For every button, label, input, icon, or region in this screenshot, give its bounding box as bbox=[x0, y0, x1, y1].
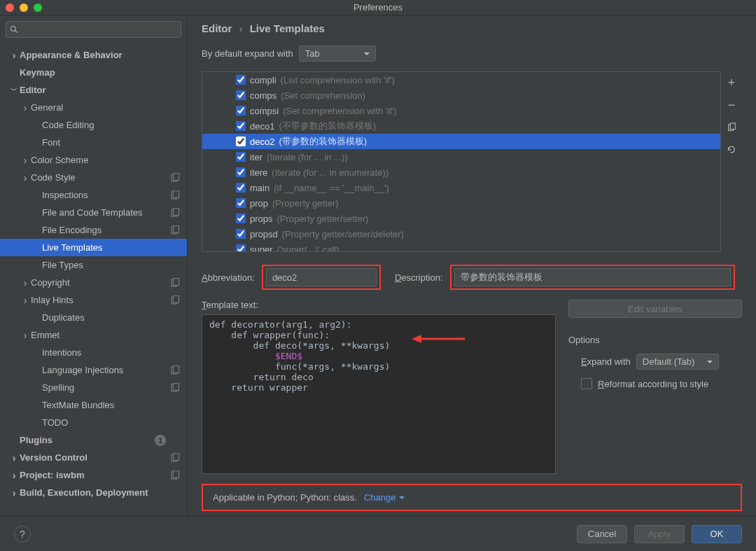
template-checkbox[interactable] bbox=[236, 167, 246, 177]
template-row-itere[interactable]: itere(Iterate (for ... in enumerate)) bbox=[202, 165, 720, 180]
content-area: Editor › Live Templates By default expan… bbox=[188, 15, 756, 516]
sidebar-item-intentions[interactable]: Intentions bbox=[0, 344, 187, 361]
expand-with-select[interactable]: Default (Tab) bbox=[636, 354, 719, 370]
sidebar-item-emmet[interactable]: ›Emmet bbox=[0, 326, 187, 344]
sidebar-item-spelling[interactable]: Spelling bbox=[0, 379, 187, 396]
chevron-right-icon: › bbox=[20, 330, 31, 341]
sidebar-item-label: File Encodings bbox=[42, 225, 181, 235]
description-label: Description: bbox=[395, 272, 443, 283]
template-checkbox[interactable] bbox=[236, 75, 246, 85]
sidebar-item-plugins[interactable]: Plugins1 bbox=[0, 431, 187, 449]
default-expand-select[interactable]: Tab bbox=[299, 46, 376, 62]
sidebar-item-copyright[interactable]: ›Copyright bbox=[0, 274, 187, 291]
sidebar-item-todo[interactable]: TODO bbox=[0, 414, 187, 431]
sidebar-item-language-injections[interactable]: Language Injections bbox=[0, 361, 187, 379]
template-desc: (Property getter/setter) bbox=[277, 214, 369, 224]
applicable-context-row: Applicable in Python; Python: class. Cha… bbox=[202, 484, 742, 511]
sidebar-item-live-templates[interactable]: Live Templates bbox=[0, 239, 187, 256]
template-row-compsi[interactable]: compsi(Set comprehension with 'if') bbox=[202, 103, 720, 118]
template-row-deco2[interactable]: deco2(带参数的装饰器模板) bbox=[202, 134, 720, 149]
edit-variables-button: Edit variables bbox=[568, 300, 742, 318]
template-desc: (Property getter) bbox=[272, 198, 339, 209]
sidebar-item-color-scheme[interactable]: ›Color Scheme bbox=[0, 151, 187, 169]
sidebar-item-label: Color Scheme bbox=[31, 155, 181, 165]
template-row-compli[interactable]: compli(List comprehension with 'if') bbox=[202, 72, 720, 88]
template-row-prop[interactable]: prop(Property getter) bbox=[202, 195, 720, 211]
sidebar-item-appearance-behavior[interactable]: ›Appearance & Behavior bbox=[0, 46, 187, 64]
template-row-propsd[interactable]: propsd(Property getter/setter/deleter) bbox=[202, 226, 720, 242]
template-list[interactable]: compli(List comprehension with 'if')comp… bbox=[202, 71, 721, 252]
sidebar-item-inlay-hints[interactable]: ›Inlay Hints bbox=[0, 291, 187, 309]
abbreviation-input[interactable] bbox=[266, 268, 377, 286]
chevron-right-icon: › bbox=[20, 102, 31, 113]
chevron-right-icon: › bbox=[8, 470, 20, 481]
sidebar-item-code-style[interactable]: ›Code Style bbox=[0, 169, 187, 186]
sidebar-item-editor[interactable]: ﹀Editor bbox=[0, 81, 187, 99]
breadcrumb-part: Live Templates bbox=[250, 22, 325, 34]
chevron-down-icon: ﹀ bbox=[8, 85, 20, 95]
scope-icon bbox=[170, 383, 180, 393]
sidebar-item-label: TextMate Bundles bbox=[42, 400, 181, 410]
change-context-link[interactable]: Change bbox=[364, 492, 405, 503]
help-icon[interactable]: ? bbox=[14, 526, 31, 543]
sidebar-item-label: Editor bbox=[20, 85, 181, 95]
sidebar-item-code-editing[interactable]: Code Editing bbox=[0, 116, 187, 134]
sidebar-item-file-and-code-templates[interactable]: File and Code Templates bbox=[0, 204, 187, 221]
search-input[interactable] bbox=[6, 21, 181, 38]
template-name: propsd bbox=[250, 229, 278, 239]
template-checkbox[interactable] bbox=[236, 244, 246, 252]
template-desc: ('super(...)' call) bbox=[277, 244, 340, 253]
template-text-editor[interactable]: def decorator(arg1, arg2): def wrapper(f… bbox=[202, 314, 556, 474]
sidebar-item-keymap[interactable]: Keymap bbox=[0, 64, 187, 81]
sidebar-item-label: Appearance & Behavior bbox=[20, 50, 181, 60]
template-row-iter[interactable]: iter(Iterate (for ... in ...)) bbox=[202, 149, 720, 165]
description-input[interactable] bbox=[454, 268, 731, 286]
template-name: prop bbox=[250, 198, 268, 209]
template-checkbox[interactable] bbox=[236, 106, 246, 116]
template-checkbox[interactable] bbox=[236, 121, 246, 131]
breadcrumb-part[interactable]: Editor bbox=[202, 22, 232, 34]
remove-icon[interactable]: − bbox=[724, 98, 738, 112]
sidebar-item-file-encodings[interactable]: File Encodings bbox=[0, 221, 187, 239]
default-expand-row: By default expand with Tab bbox=[188, 39, 756, 71]
cancel-button[interactable]: Cancel bbox=[577, 525, 627, 543]
svg-rect-21 bbox=[174, 470, 179, 477]
template-checkbox[interactable] bbox=[236, 152, 246, 162]
template-checkbox[interactable] bbox=[236, 198, 246, 208]
sidebar-item-file-types[interactable]: File Types bbox=[0, 256, 187, 274]
sidebar: ›Appearance & BehaviorKeymap﹀Editor›Gene… bbox=[0, 15, 188, 516]
copy-icon[interactable] bbox=[724, 120, 738, 134]
template-checkbox[interactable] bbox=[236, 137, 246, 146]
sidebar-item-font[interactable]: Font bbox=[0, 134, 187, 151]
template-row-main[interactable]: main(if __name__ == '__main__') bbox=[202, 180, 720, 195]
sidebar-item-label: Copyright bbox=[31, 277, 181, 288]
revert-icon[interactable] bbox=[724, 143, 738, 157]
minimize-window-icon[interactable] bbox=[20, 4, 28, 12]
template-row-super[interactable]: super('super(...)' call) bbox=[202, 242, 720, 252]
sidebar-item-project-iswbm[interactable]: ›Project: iswbm bbox=[0, 466, 187, 484]
sidebar-item-version-control[interactable]: ›Version Control bbox=[0, 449, 187, 466]
default-expand-value: Tab bbox=[305, 48, 320, 59]
template-name: compli bbox=[250, 75, 276, 85]
maximize-window-icon[interactable] bbox=[34, 4, 42, 12]
close-window-icon[interactable] bbox=[6, 4, 14, 12]
template-variable: $END$ bbox=[275, 351, 302, 361]
settings-tree[interactable]: ›Appearance & BehaviorKeymap﹀Editor›Gene… bbox=[0, 43, 187, 516]
reformat-checkbox[interactable] bbox=[581, 378, 592, 389]
template-row-comps[interactable]: comps(Set comprehension) bbox=[202, 88, 720, 103]
sidebar-item-duplicates[interactable]: Duplicates bbox=[0, 309, 187, 326]
template-checkbox[interactable] bbox=[236, 90, 246, 100]
template-checkbox[interactable] bbox=[236, 214, 246, 223]
sidebar-item-inspections[interactable]: Inspections bbox=[0, 186, 187, 204]
reformat-row[interactable]: Reformat according to style bbox=[581, 378, 742, 389]
template-checkbox[interactable] bbox=[236, 229, 246, 239]
add-icon[interactable]: + bbox=[724, 76, 738, 90]
scope-icon bbox=[170, 295, 180, 305]
template-row-props[interactable]: props(Property getter/setter) bbox=[202, 211, 720, 226]
sidebar-item-build-execution-deployment[interactable]: ›Build, Execution, Deployment bbox=[0, 484, 187, 501]
template-row-deco1[interactable]: deco1(不带参数的装饰器模板) bbox=[202, 118, 720, 134]
template-checkbox[interactable] bbox=[236, 183, 246, 193]
ok-button[interactable]: OK bbox=[692, 525, 742, 543]
sidebar-item-textmate-bundles[interactable]: TextMate Bundles bbox=[0, 396, 187, 414]
sidebar-item-general[interactable]: ›General bbox=[0, 99, 187, 116]
